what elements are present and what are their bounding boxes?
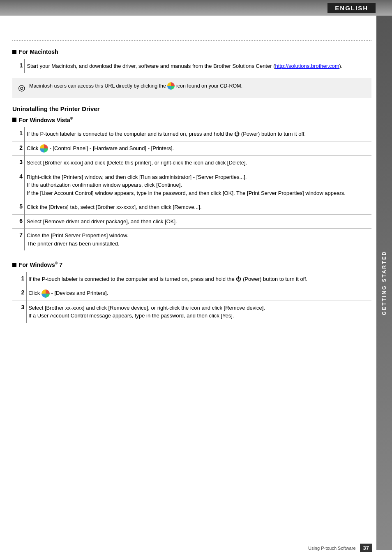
step-number: 3 — [12, 156, 25, 170]
table-row: 4 Right-click the [Printers] window, and… — [12, 170, 371, 200]
main-content: For Macintosh 1 Start your Macintosh, an… — [12, 16, 371, 343]
step-number: 3 — [12, 301, 26, 323]
win7-section: For Windows® 7 1 If the P-touch labeler … — [12, 261, 371, 323]
win7-heading: For Windows® 7 — [12, 261, 371, 268]
step-number: 5 — [12, 200, 25, 215]
table-row: 3 Select [Brother xx-xxxx] and click [Re… — [12, 301, 371, 323]
step-number: 1 — [12, 272, 26, 286]
note-box: ◎ Macintosh users can access this URL di… — [12, 78, 371, 98]
step-number: 1 — [12, 59, 25, 73]
step-content: Click the [Drivers] tab, select [Brother… — [25, 200, 371, 215]
right-sidebar: GETTING STARTED — [376, 16, 392, 550]
step-number: 1 — [12, 127, 25, 141]
bullet-icon — [12, 263, 16, 267]
sidebar-label: GETTING STARTED — [381, 250, 387, 315]
bullet-icon — [12, 50, 16, 54]
table-row: 7 Close the [Print Server Properties] wi… — [12, 229, 371, 251]
step-content: If the P-touch labeler is connected to t… — [26, 272, 371, 286]
macintosh-steps: 1 Start your Macintosh, and download the… — [12, 59, 371, 73]
table-row: 3 Select [Brother xx-xxxx] and click [De… — [12, 156, 371, 170]
step-content: Select [Remove driver and driver package… — [25, 214, 371, 229]
uninstall-heading: Uninstalling the Printer Driver — [12, 105, 371, 112]
table-row: 1 Start your Macintosh, and download the… — [12, 59, 371, 73]
dot-separator — [12, 40, 371, 41]
table-row: 2 Click - [Devices and Printers]. — [12, 286, 371, 301]
page-label: Using P-touch Software — [308, 546, 356, 551]
page-footer: Using P-touch Software 37 — [308, 544, 372, 552]
step-content: Right-click the [Printers] window, and t… — [25, 170, 371, 200]
table-row: 1 If the P-touch labeler is connected to… — [12, 272, 371, 286]
table-row: 5 Click the [Drivers] tab, select [Broth… — [12, 200, 371, 215]
macintosh-section: For Macintosh 1 Start your Macintosh, an… — [12, 49, 371, 98]
step-content: Select [Brother xx-xxxx] and click [Dele… — [25, 156, 371, 170]
table-row: 2 Click - [Control Panel] - [Hardware an… — [12, 141, 371, 156]
vista-heading: For Windows Vista® — [12, 116, 371, 123]
vista-steps: 1 If the P-touch labeler is connected to… — [12, 127, 371, 250]
vista-section: For Windows Vista® 1 If the P-touch labe… — [12, 116, 371, 251]
bullet-icon — [12, 118, 16, 122]
win7-steps: 1 If the P-touch labeler is connected to… — [12, 272, 371, 323]
step-number: 4 — [12, 170, 25, 200]
step-number: 6 — [12, 214, 25, 229]
note-text: Macintosh users can access this URL dire… — [29, 82, 242, 90]
step-number: 7 — [12, 229, 25, 251]
note-icon: ◎ — [18, 81, 25, 94]
step-content: Click - [Control Panel] - [Hardware and … — [25, 141, 371, 156]
step-content: Start your Macintosh, and download the d… — [25, 59, 371, 73]
step-content: Close the [Print Server Properties] wind… — [25, 229, 371, 251]
table-row: 1 If the P-touch labeler is connected to… — [12, 127, 371, 141]
step-content: Click - [Devices and Printers]. — [26, 286, 371, 301]
macintosh-heading: For Macintosh — [12, 49, 371, 55]
step-number: 2 — [12, 286, 26, 301]
header-bar: ENGLISH — [0, 0, 392, 16]
table-row: 6 Select [Remove driver and driver packa… — [12, 214, 371, 229]
language-label: ENGLISH — [327, 3, 376, 13]
step-number: 2 — [12, 141, 25, 156]
step-content: If the P-touch labeler is connected to t… — [25, 127, 371, 141]
page-number: 37 — [360, 544, 372, 552]
step-content: Select [Brother xx-xxxx] and click [Remo… — [26, 301, 371, 323]
